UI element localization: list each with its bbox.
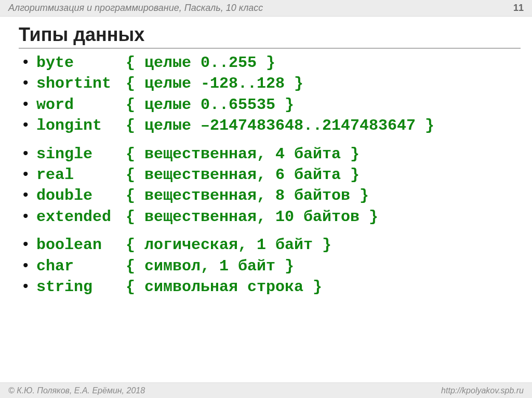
type-group-other: • boolean{ логическая, 1 байт } • char{ … [23,234,522,297]
type-group-floats: • single{ вещественная, 4 байта } • real… [23,143,522,227]
type-desc: { вещественная, 10 байтов } [126,208,378,226]
type-desc: { вещественная, 8 байтов } [126,187,369,204]
type-desc: { целые 0..65535 } [126,96,294,114]
type-name: longint [36,116,126,135]
type-name: shortint [36,74,126,93]
bullet-icon: • [23,52,36,72]
type-name: extended [36,207,126,227]
type-name: byte [36,53,126,73]
type-desc: { вещественная, 6 байта } [126,166,360,184]
type-row: • byte{ целые 0..255 } [23,52,522,73]
bullet-icon: • [23,143,36,163]
header-bar: Алгоритмизация и программирование, Паска… [0,0,532,17]
bullet-icon: • [23,185,36,204]
bullet-icon: • [23,94,36,114]
type-desc: { целые –2147483648..2147483647 } [126,117,434,134]
bullet-icon: • [23,164,36,184]
bullet-icon: • [23,206,36,226]
footer-bar: © К.Ю. Поляков, Е.А. Ерёмин, 2018 http:/… [0,382,532,398]
slide-title: Типы данных [19,24,144,46]
course-title: Алгоритмизация и программирование, Паска… [8,3,513,13]
type-row: • shortint{ целые -128..128 } [23,73,522,93]
bullet-icon: • [23,276,36,296]
type-desc: { логическая, 1 байт } [126,236,331,254]
type-row: • extended{ вещественная, 10 байтов } [23,206,522,227]
type-row: • longint{ целые –2147483648..2147483647… [23,115,522,135]
type-row: • char{ символ, 1 байт } [23,255,522,276]
content-area: • byte{ целые 0..255 } • shortint{ целые… [23,52,522,304]
type-row: • double{ вещественная, 8 байтов } [23,185,522,205]
type-name: boolean [36,235,126,255]
page-number: 11 [513,3,524,13]
copyright-text: © К.Ю. Поляков, Е.А. Ерёмин, 2018 [8,386,441,395]
type-row: • string{ символьная строка } [23,276,522,297]
type-row: • boolean{ логическая, 1 байт } [23,234,522,255]
type-name: double [36,186,126,205]
footer-url: http://kpolyakov.spb.ru [441,386,524,395]
type-desc: { целые 0..255 } [126,54,275,72]
bullet-icon: • [23,234,36,254]
type-desc: { символ, 1 байт } [126,257,294,275]
bullet-icon: • [23,73,36,92]
bullet-icon: • [23,255,36,275]
type-name: real [36,165,126,185]
type-name: word [36,95,126,115]
type-group-integers: • byte{ целые 0..255 } • shortint{ целые… [23,52,522,136]
type-name: single [36,144,126,164]
type-name: string [36,277,126,297]
type-row: • single{ вещественная, 4 байта } [23,143,522,164]
type-desc: { символьная строка } [126,278,322,296]
type-desc: { целые -128..128 } [126,75,303,92]
title-underline [19,48,521,49]
slide: Алгоритмизация и программирование, Паска… [0,0,532,398]
type-row: • word{ целые 0..65535 } [23,94,522,115]
type-desc: { вещественная, 4 байта } [126,145,360,163]
type-row: • real{ вещественная, 6 байта } [23,164,522,185]
type-name: char [36,256,126,276]
bullet-icon: • [23,115,36,134]
